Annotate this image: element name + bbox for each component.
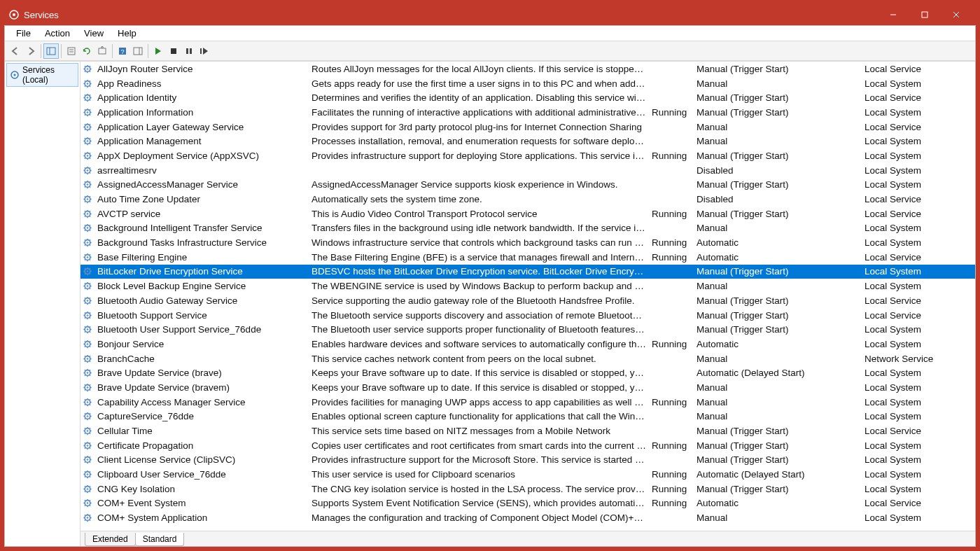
refresh-button[interactable] bbox=[79, 43, 94, 59]
svg-line-181 bbox=[85, 288, 85, 289]
close-button[interactable] bbox=[940, 4, 972, 25]
svg-line-208 bbox=[85, 327, 85, 328]
svg-line-240 bbox=[90, 370, 90, 371]
service-row[interactable]: Brave Update Service (bravem) Keeps your… bbox=[80, 380, 975, 395]
service-startup-type: Manual bbox=[696, 122, 864, 132]
service-logon-as: Local Service bbox=[864, 252, 962, 263]
service-row[interactable]: Client License Service (ClipSVC) Provide… bbox=[80, 453, 975, 468]
service-row[interactable]: Cellular Time This service sets time bas… bbox=[80, 424, 975, 438]
service-row[interactable]: Clipboard User Service_76dde This user s… bbox=[80, 467, 975, 482]
svg-line-318 bbox=[85, 486, 85, 487]
service-row[interactable]: Background Intelligent Transfer Service … bbox=[80, 221, 975, 236]
svg-line-120 bbox=[90, 196, 90, 197]
pause-service-button[interactable] bbox=[181, 43, 197, 59]
service-name: Certificate Propagation bbox=[97, 440, 312, 451]
maximize-button[interactable] bbox=[909, 4, 940, 25]
service-status: Running bbox=[652, 237, 696, 248]
service-row[interactable]: AppX Deployment Service (AppXSVC) Provid… bbox=[80, 148, 975, 163]
back-button[interactable] bbox=[8, 43, 23, 59]
svg-line-70 bbox=[90, 124, 90, 125]
show-hide-tree-button[interactable] bbox=[43, 43, 59, 59]
service-row[interactable]: Application Management Processes install… bbox=[80, 134, 975, 148]
service-row[interactable]: Bluetooth User Support Service_76dde The… bbox=[80, 322, 975, 337]
service-description: Determines and verifies the identity of … bbox=[312, 92, 652, 103]
service-description: Gets apps ready for use the first time a… bbox=[312, 78, 652, 89]
service-gear-icon bbox=[83, 281, 97, 291]
tab-extended[interactable]: Extended bbox=[85, 533, 136, 546]
service-row[interactable]: Base Filtering Engine The Base Filtering… bbox=[80, 250, 975, 265]
service-name: Background Intelligent Transfer Service bbox=[97, 223, 312, 233]
service-row[interactable]: Background Tasks Infrastructure Service … bbox=[80, 235, 975, 250]
menu-file[interactable]: File bbox=[9, 26, 38, 41]
menu-action[interactable]: Action bbox=[38, 26, 77, 41]
service-logon-as: Local Service bbox=[864, 295, 962, 306]
service-gear-icon bbox=[83, 78, 97, 89]
service-status: Running bbox=[652, 397, 696, 407]
tree-root-services-local[interactable]: Services (Local) bbox=[6, 63, 78, 87]
service-row[interactable]: Bluetooth Support Service The Bluetooth … bbox=[80, 308, 975, 323]
service-logon-as: Local Service bbox=[864, 209, 962, 219]
service-row[interactable]: CaptureService_76dde Enables optional sc… bbox=[80, 410, 975, 424]
service-row[interactable]: Application Layer Gateway Service Provid… bbox=[80, 120, 975, 134]
forward-button[interactable] bbox=[23, 43, 38, 59]
service-name: Block Level Backup Engine Service bbox=[97, 281, 312, 291]
tree-pane: Services (Local) bbox=[5, 62, 80, 546]
service-row[interactable]: AVCTP service This is Audio Video Contro… bbox=[80, 207, 975, 221]
service-logon-as: Local System bbox=[864, 454, 962, 465]
service-gear-icon bbox=[83, 484, 97, 494]
tab-standard[interactable]: Standard bbox=[135, 533, 185, 546]
service-row[interactable]: Block Level Backup Engine Service The WB… bbox=[80, 279, 975, 293]
titlebar: Services bbox=[4, 4, 976, 25]
services-list[interactable]: AllJoyn Router Service Routes AllJoyn me… bbox=[80, 62, 975, 531]
service-row[interactable]: App Readiness Gets apps ready for use th… bbox=[80, 76, 975, 91]
service-row[interactable]: Auto Time Zone Updater Automatically set… bbox=[80, 192, 975, 207]
svg-point-283 bbox=[87, 445, 89, 447]
show-hide-action-pane-button[interactable] bbox=[130, 43, 146, 59]
svg-line-291 bbox=[85, 447, 85, 448]
restart-service-button[interactable] bbox=[197, 43, 212, 59]
window-title: Services bbox=[24, 10, 59, 20]
properties-button[interactable] bbox=[64, 43, 79, 59]
service-row[interactable]: Capability Access Manager Service Provid… bbox=[80, 395, 975, 410]
svg-point-333 bbox=[87, 517, 89, 519]
service-row[interactable]: Application Identity Determines and veri… bbox=[80, 90, 975, 105]
service-row[interactable]: Bluetooth Audio Gateway Service Service … bbox=[80, 293, 975, 308]
menu-view[interactable]: View bbox=[77, 26, 111, 41]
service-row[interactable]: AssignedAccessManager Service AssignedAc… bbox=[80, 178, 975, 193]
service-row[interactable]: COM+ Event System Supports System Event … bbox=[80, 496, 975, 511]
service-startup-type: Disabled bbox=[696, 194, 864, 204]
svg-line-179 bbox=[90, 288, 90, 289]
service-startup-type: Automatic (Delayed Start) bbox=[696, 469, 864, 480]
service-row[interactable]: BranchCache This service caches network … bbox=[80, 351, 975, 366]
service-row[interactable]: Certificate Propagation Copies user cert… bbox=[80, 438, 975, 453]
svg-line-48 bbox=[85, 95, 85, 96]
svg-line-340 bbox=[90, 515, 90, 516]
service-description: Provides infrastructure support for depl… bbox=[312, 151, 652, 161]
service-row[interactable]: COM+ System Application Manages the conf… bbox=[80, 510, 975, 525]
svg-line-111 bbox=[85, 187, 85, 188]
svg-line-140 bbox=[90, 225, 90, 226]
help-button[interactable]: ? bbox=[115, 43, 130, 59]
service-row[interactable]: Brave Update Service (brave) Keeps your … bbox=[80, 365, 975, 380]
service-row[interactable]: CNG Key Isolation The CNG key isolation … bbox=[80, 482, 975, 496]
service-startup-type: Manual (Trigger Start) bbox=[696, 484, 864, 494]
service-row[interactable]: Bonjour Service Enables hardware devices… bbox=[80, 337, 975, 351]
service-gear-icon bbox=[83, 266, 97, 277]
export-button[interactable] bbox=[94, 43, 110, 59]
svg-point-193 bbox=[87, 314, 89, 316]
stop-service-button[interactable] bbox=[166, 43, 181, 59]
start-service-button[interactable] bbox=[150, 43, 166, 59]
svg-line-321 bbox=[85, 491, 85, 491]
service-logon-as: Local Service bbox=[864, 92, 962, 103]
menu-help[interactable]: Help bbox=[111, 26, 144, 41]
minimize-button[interactable] bbox=[877, 4, 909, 25]
service-gear-icon bbox=[83, 469, 97, 480]
service-description: Keeps your Brave software up to date. If… bbox=[312, 382, 652, 393]
service-row[interactable]: BitLocker Drive Encryption Service BDESV… bbox=[80, 265, 975, 279]
service-startup-type: Manual (Trigger Start) bbox=[696, 179, 864, 190]
svg-line-229 bbox=[90, 361, 90, 361]
service-row[interactable]: Application Information Facilitates the … bbox=[80, 105, 975, 120]
service-description: This is Audio Video Control Transport Pr… bbox=[312, 209, 652, 219]
service-row[interactable]: AllJoyn Router Service Routes AllJoyn me… bbox=[80, 62, 975, 76]
service-row[interactable]: asrrealtimesrv Disabled Local System bbox=[80, 163, 975, 178]
